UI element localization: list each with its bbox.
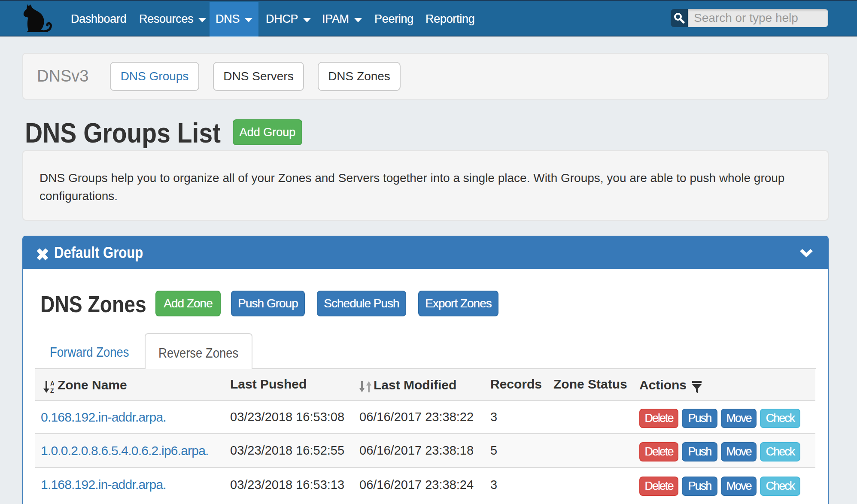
svg-text:Z: Z	[50, 387, 54, 393]
svg-text:A: A	[50, 380, 54, 387]
